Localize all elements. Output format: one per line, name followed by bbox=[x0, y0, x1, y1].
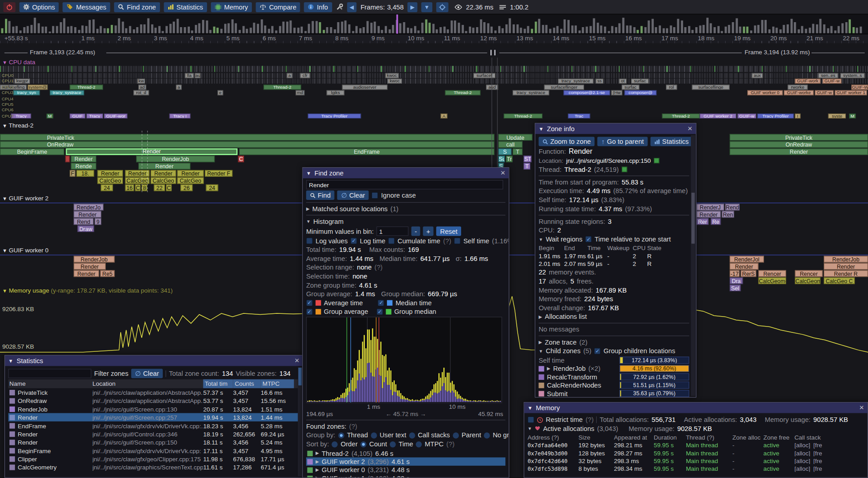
cpu-zone[interactable]: ot bbox=[619, 79, 627, 84]
child-zone-row[interactable]: Submit35.63 µs (0.79%) bbox=[538, 389, 689, 397]
zone[interactable]: Render bbox=[730, 148, 868, 155]
zone[interactable]: OnRedraw bbox=[0, 141, 494, 148]
child-zone-row[interactable]: CalcRenderNodes51.51 µs (1.15%) bbox=[538, 381, 689, 389]
stats-row[interactable]: EndFramejni/../jni/src/claw/gfx/drv/vk/D… bbox=[8, 421, 299, 430]
group-by-radio-parent[interactable] bbox=[453, 432, 458, 438]
cpu-zone[interactable]: GUIF-w bbox=[737, 114, 756, 118]
cumulate-time-checkbox[interactable]: ✓ bbox=[388, 237, 395, 244]
memory-window-titlebar[interactable]: ▼ Memory ✕ bbox=[524, 402, 868, 413]
close-icon[interactable]: ✕ bbox=[294, 357, 299, 364]
find-zone-window-titlebar[interactable]: ▼ Find zone ✕ bbox=[303, 168, 509, 178]
wait-region-row[interactable]: 2.01 ms2.07 ms59 µs-2R bbox=[538, 260, 689, 267]
frames-bar[interactable]: Frame 3,193 (22.45 ms) Frame 3,194 (13.9… bbox=[0, 47, 868, 57]
cpu-zone[interactable]: GUIF-work bbox=[795, 79, 820, 84]
guif-worker2-section-header[interactable]: ▼ GUIF worker 2 bbox=[2, 195, 48, 202]
cpu-zone[interactable]: ad bbox=[138, 85, 146, 90]
collapse-icon[interactable]: ▼ bbox=[2, 196, 7, 201]
zone[interactable]: Rende bbox=[71, 163, 96, 170]
sort-by-radio-count[interactable] bbox=[360, 441, 366, 447]
zone[interactable]: ST bbox=[524, 156, 531, 162]
sort-by-option-label[interactable]: Order bbox=[341, 440, 358, 448]
guif-worker0-section-header[interactable]: ▼ GUIF worker 0 bbox=[2, 247, 48, 254]
wait-regions-label[interactable]: Wait regions bbox=[546, 235, 582, 243]
collapse-icon[interactable]: ▼ bbox=[538, 237, 543, 241]
clear-button[interactable]: ∅Clear bbox=[337, 190, 369, 200]
found-zone-group[interactable]: ▶GUIF worker 2(3,296)4.61 s bbox=[306, 457, 505, 465]
zone[interactable]: Render bbox=[824, 263, 868, 270]
sort-by-radio-time[interactable] bbox=[390, 441, 396, 447]
cpu-zone[interactable]: GUIF worker 1 bbox=[835, 90, 867, 95]
sort-by-radio-order[interactable] bbox=[332, 441, 338, 447]
cpu-zone[interactable]: tracy_systrace bbox=[513, 90, 549, 95]
sort-by-option-label[interactable]: MTPC bbox=[425, 440, 444, 448]
cpu-zone[interactable]: kwoc bbox=[387, 79, 402, 84]
zone[interactable]: Render bbox=[74, 211, 101, 218]
found-zone-group[interactable]: ▶GUIF worker 0(3,231)4.48 s bbox=[306, 466, 505, 474]
zone[interactable]: 16 bbox=[125, 185, 134, 191]
cpu-zone[interactable]: ss bbox=[596, 79, 604, 84]
zone[interactable]: Render bbox=[74, 270, 99, 277]
zone[interactable]: T bbox=[513, 148, 523, 155]
zone[interactable]: Sel bbox=[730, 284, 741, 291]
cpu-zone[interactable]: kwoc bbox=[385, 73, 398, 78]
collapse-icon[interactable]: ▼ bbox=[306, 219, 311, 224]
zone[interactable]: C bbox=[166, 185, 171, 191]
zone[interactable]: Rend bbox=[74, 218, 94, 225]
collapse-icon[interactable]: ▼ bbox=[538, 126, 543, 132]
zone[interactable]: RerS bbox=[741, 270, 756, 277]
cpu-zone[interactable]: GUIF-W bbox=[851, 85, 868, 90]
cpu-zone[interactable]: Tracy bbox=[86, 114, 103, 118]
median-marker[interactable] bbox=[350, 317, 351, 403]
zone[interactable]: PrivateTick bbox=[0, 134, 494, 141]
compare-button[interactable]: Compare bbox=[256, 2, 300, 12]
expand-icon[interactable]: ▶ bbox=[306, 206, 310, 211]
cpu-zone[interactable]: surfac bbox=[631, 79, 649, 84]
close-icon[interactable]: ✕ bbox=[688, 125, 693, 133]
group-median-checkbox[interactable]: ✓ bbox=[377, 308, 383, 315]
collapse-icon[interactable]: ▼ bbox=[538, 349, 543, 354]
zone[interactable]: F bbox=[70, 170, 75, 177]
zone[interactable] bbox=[65, 156, 70, 162]
cpu-zone[interactable]: a bbox=[287, 73, 292, 78]
collapse-icon[interactable]: ▼ bbox=[2, 248, 7, 254]
cpu-zone[interactable]: M bbox=[47, 114, 53, 118]
zone[interactable]: CalcGeo C bbox=[824, 277, 855, 284]
zone[interactable]: -17 bbox=[730, 270, 740, 277]
current-frame-marker[interactable] bbox=[396, 14, 398, 34]
prev-frame-button[interactable]: ◀ bbox=[347, 2, 357, 12]
cpu-zone[interactable]: GUIF-w bbox=[815, 90, 834, 95]
zone[interactable]: 8 bbox=[142, 185, 147, 191]
cpu-zone[interactable]: A bbox=[441, 114, 448, 118]
zone[interactable]: Render bbox=[74, 263, 106, 270]
group-average-checkbox[interactable]: ✓ bbox=[306, 308, 313, 315]
close-icon[interactable]: ✕ bbox=[500, 170, 505, 177]
zone[interactable]: CalcGeome bbox=[759, 277, 786, 284]
median-time-checkbox[interactable]: ✓ bbox=[378, 299, 385, 306]
zone[interactable]: Rencer bbox=[759, 270, 786, 277]
cpu-zone[interactable]: Thread-2 bbox=[445, 90, 480, 95]
stats-row[interactable]: Renderjni/../jni/src/guif/Screen.cpp:150… bbox=[8, 438, 299, 446]
zone[interactable]: Re5 bbox=[100, 270, 115, 277]
zone[interactable]: Re bbox=[711, 218, 721, 225]
group-by-option-label[interactable]: No groupi bbox=[493, 431, 509, 439]
collapse-icon[interactable]: ▼ bbox=[528, 405, 533, 411]
active-allocations-label[interactable]: Active allocations bbox=[543, 425, 594, 432]
cpu-zone[interactable]: composer@ bbox=[624, 90, 656, 95]
average-time-checkbox[interactable]: ✓ bbox=[306, 299, 313, 306]
stats-row[interactable]: OnRedrawjni/../jni/src/claw/application/… bbox=[8, 397, 299, 405]
cpu-zone[interactable]: Tracy Profiler bbox=[308, 114, 361, 118]
zone[interactable]: Render bbox=[66, 148, 238, 155]
decrease-bin-button[interactable]: - bbox=[411, 227, 420, 236]
allocation-row[interactable]: 0x7e049b3d00128 bytes298.27 ms59.95 sMai… bbox=[528, 449, 864, 457]
scrollbar[interactable] bbox=[691, 135, 695, 396]
scrollbar[interactable] bbox=[298, 367, 302, 476]
stats-row[interactable]: RenderJobjni/../jni/src/guif/Screen.cpp:… bbox=[8, 405, 299, 413]
zone-trace-label[interactable]: Zone trace bbox=[545, 338, 576, 346]
zone[interactable]: Render R bbox=[824, 270, 868, 277]
zone[interactable]: Render bbox=[696, 211, 721, 218]
cpu-zone[interactable]: Tracy I bbox=[170, 114, 191, 118]
zone[interactable]: CalcGeo bbox=[177, 177, 204, 184]
memory-usage-section-header[interactable]: ▼ Memory usage (y-range: 178.27 KB, visi… bbox=[2, 287, 173, 293]
collapse-icon[interactable]: ▼ bbox=[2, 123, 7, 128]
zone[interactable]: Draw bbox=[77, 225, 94, 232]
